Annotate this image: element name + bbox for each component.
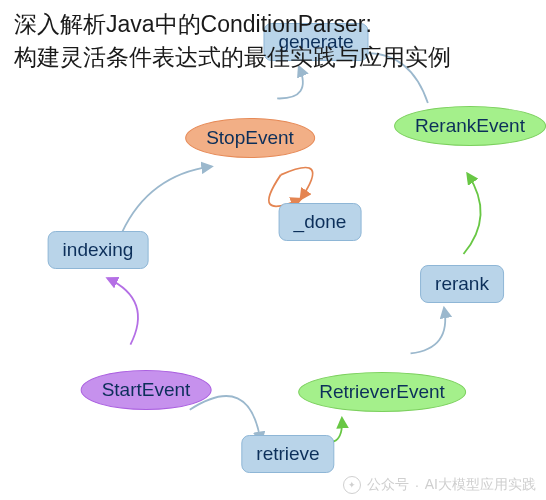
wechat-icon: ✦ [343, 476, 361, 494]
edge-retrieverEvent-rerank [411, 308, 446, 353]
title-line1: 深入解析Java中的ConditionParser: [14, 11, 372, 37]
watermark: ✦ 公众号 · AI大模型应用实践 [343, 476, 536, 494]
edge-indexing-stopEvent [122, 166, 211, 232]
edge-stopEvent-done [281, 168, 313, 199]
watermark-text1: 公众号 [367, 476, 409, 494]
diagram-title: 深入解析Java中的ConditionParser: 构建灵活条件表达式的最佳实… [14, 8, 451, 75]
node-stopEvent: StopEvent [185, 118, 315, 158]
title-line2: 构建灵活条件表达式的最佳实践与应用实例 [14, 44, 451, 70]
watermark-text2: AI大模型应用实践 [425, 476, 536, 494]
node-retrieverEvent: RetrieverEvent [298, 372, 466, 412]
node-indexing: indexing [48, 231, 149, 269]
edge-rerank-rerankEvent [464, 174, 481, 254]
edge-startEvent-indexing [108, 278, 138, 344]
node-rerankEvent: RerankEvent [394, 106, 546, 146]
node-done: _done [279, 203, 362, 241]
node-startEvent: StartEvent [81, 370, 212, 410]
node-rerank: rerank [420, 265, 504, 303]
edge-stopEvent-done [269, 175, 301, 206]
node-retrieve: retrieve [241, 435, 334, 473]
